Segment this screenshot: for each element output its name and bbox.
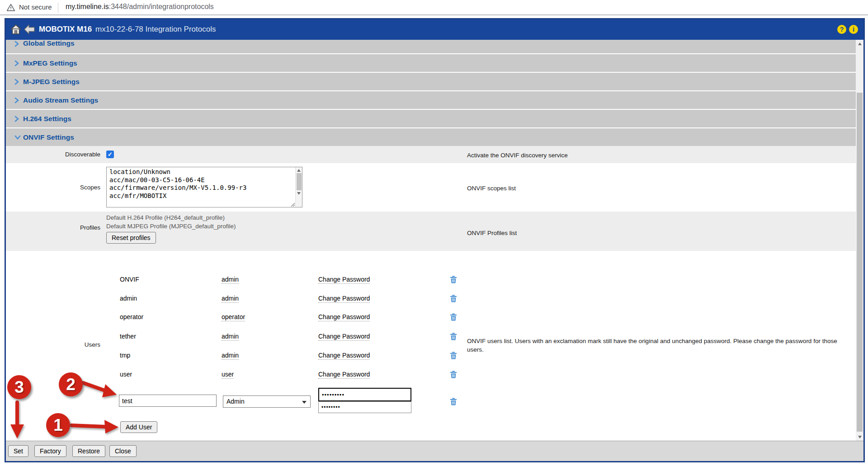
delete-user-icon[interactable]: [450, 352, 457, 359]
profiles-description: ONVIF Profiles list: [467, 229, 517, 237]
add-user-button[interactable]: Add User: [120, 421, 157, 433]
section-label: Audio Stream Settings: [23, 96, 98, 104]
info-icon[interactable]: i: [849, 25, 858, 34]
section-label: Global Settings: [23, 40, 75, 47]
users-label: Users: [6, 341, 100, 348]
annotation-step-3: 3: [7, 375, 31, 399]
scopes-row: Scopes location/Unknown acc/mac/00-03-C5…: [6, 163, 856, 212]
user-access-level: operator: [222, 313, 245, 322]
change-password-link[interactable]: Change Password: [318, 371, 370, 380]
discoverable-checkbox[interactable]: ✓: [106, 151, 114, 158]
page-title: mx10-22-6-78 Integration Protocols: [95, 25, 216, 34]
profiles-label: Profiles: [6, 224, 100, 231]
section-label: ONVIF Settings: [23, 133, 74, 141]
section-label: MxPEG Settings: [23, 59, 77, 67]
user-access-level: admin: [222, 276, 239, 285]
discoverable-row: Discoverable ✓ Activate the ONVIF discov…: [6, 146, 856, 163]
app-window: MOBOTIX M16 mx10-22-6-78 Integration Pro…: [5, 18, 865, 462]
user-access-level: admin: [222, 295, 239, 304]
omnibox-divider: [58, 3, 58, 13]
section-mxpeg-settings[interactable]: MxPEG Settings: [6, 54, 856, 72]
chevron-right-icon: [14, 41, 21, 47]
not-secure-warning-icon: [6, 3, 15, 12]
chevron-right-icon: [14, 116, 21, 122]
scroll-thumb[interactable]: [857, 93, 863, 432]
scroll-down-icon[interactable]: [297, 192, 301, 195]
delete-user-icon[interactable]: [450, 313, 457, 321]
section-label: M-JPEG Settings: [23, 78, 80, 86]
scroll-up-icon[interactable]: [297, 169, 301, 172]
url-path: :3448/admin/integrationprotocols: [109, 3, 214, 10]
delete-user-icon[interactable]: [450, 333, 457, 340]
user-name: ONVIF: [120, 276, 139, 285]
security-label: Not secure: [19, 3, 52, 11]
chevron-right-icon: [14, 60, 21, 66]
user-name: tether: [120, 333, 136, 342]
restore-button[interactable]: Restore: [72, 445, 105, 457]
chevron-down-icon: [14, 135, 21, 140]
profile-item: Default H.264 Profile (H264_default_prof…: [106, 214, 225, 221]
user-access-level: user: [222, 371, 234, 380]
change-password-link[interactable]: Change Password: [318, 352, 370, 361]
new-user-access-level-select[interactable]: Admin: [223, 395, 311, 408]
new-user-password-confirm-input[interactable]: [318, 401, 411, 413]
app-title-bar: MOBOTIX M16 mx10-22-6-78 Integration Pro…: [6, 19, 863, 40]
browser-address-bar[interactable]: Not secure my.timeline.is:3448/admin/int…: [0, 0, 868, 15]
scopes-label: Scopes: [6, 184, 100, 191]
section-audio-stream-settings[interactable]: Audio Stream Settings: [6, 91, 856, 109]
section-h264-settings[interactable]: H.264 Settings: [6, 110, 856, 127]
chevron-right-icon: [14, 79, 21, 85]
user-name: user: [120, 371, 132, 380]
annotation-step-2: 2: [59, 372, 83, 396]
user-access-level: admin: [222, 333, 239, 342]
close-button[interactable]: Close: [109, 445, 137, 457]
scroll-up-icon[interactable]: [858, 42, 862, 45]
set-button[interactable]: Set: [8, 445, 28, 457]
annotation-step-1: 1: [46, 413, 70, 437]
url-host: my.timeline.is: [66, 3, 109, 10]
section-global-settings[interactable]: Global Settings: [6, 40, 856, 53]
discoverable-description: Activate the ONVIF discovery service: [467, 151, 568, 160]
discoverable-label: Discoverable: [6, 151, 100, 158]
user-name: operator: [120, 313, 143, 322]
change-password-link[interactable]: Change Password: [318, 333, 370, 342]
select-chevron-icon: [302, 401, 307, 404]
user-access-level: admin: [222, 352, 239, 361]
scopes-textarea[interactable]: location/Unknown acc/mac/00-03-C5-16-06-…: [106, 167, 302, 207]
factory-button[interactable]: Factory: [34, 445, 66, 457]
change-password-link[interactable]: Change Password: [318, 313, 370, 322]
scroll-down-icon[interactable]: [858, 436, 862, 438]
section-label: H.264 Settings: [23, 115, 71, 123]
home-icon[interactable]: [9, 23, 22, 36]
users-description: ONVIF users list. Users with an exclamat…: [467, 337, 847, 354]
section-onvif-settings[interactable]: ONVIF Settings: [6, 128, 856, 146]
new-user-name-input[interactable]: [119, 395, 217, 407]
scroll-thumb[interactable]: [297, 173, 302, 190]
page-scrollbar[interactable]: [856, 40, 863, 441]
change-password-link[interactable]: Change Password: [318, 295, 370, 304]
change-password-link[interactable]: Change Password: [318, 276, 370, 285]
profile-item: Default MJPEG Profile (MJPEG_default_pro…: [106, 223, 236, 230]
footer-bar: Set Factory Restore Close: [6, 441, 863, 461]
scopes-value: location/Unknown acc/mac/00-03-C5-16-06-…: [109, 168, 294, 206]
chevron-right-icon: [14, 97, 21, 104]
app-brand: MOBOTIX M16: [39, 25, 92, 34]
textarea-scrollbar[interactable]: [295, 167, 302, 207]
url-text[interactable]: my.timeline.is:3448/admin/integrationpro…: [66, 3, 214, 11]
resize-grip-icon[interactable]: [290, 202, 295, 207]
back-arrow-icon[interactable]: [24, 24, 35, 34]
help-icon[interactable]: ?: [837, 25, 846, 34]
delete-user-icon[interactable]: [450, 276, 457, 283]
selected-access-level: Admin: [226, 398, 245, 405]
delete-user-icon[interactable]: [450, 398, 457, 405]
profiles-row: Profiles Default H.264 Profile (H264_def…: [6, 212, 856, 251]
new-user-password-input[interactable]: [318, 388, 411, 401]
delete-user-icon[interactable]: [450, 295, 457, 302]
section-mjpeg-settings[interactable]: M-JPEG Settings: [6, 73, 856, 90]
reset-profiles-button[interactable]: Reset profiles: [106, 232, 156, 244]
user-name: tmp: [120, 352, 130, 361]
user-name: admin: [120, 295, 137, 304]
scopes-description: ONVIF scopes list: [467, 184, 516, 193]
users-section: Users Name Access Level Password ONVIF a…: [6, 251, 856, 441]
delete-user-icon[interactable]: [450, 371, 457, 378]
